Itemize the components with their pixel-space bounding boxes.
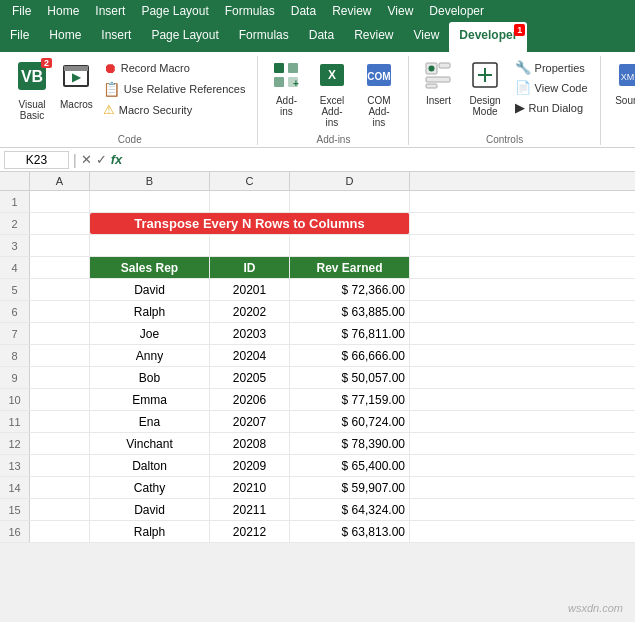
cell[interactable]: [30, 367, 90, 388]
cell-reference-input[interactable]: [4, 151, 69, 169]
cell-rev[interactable]: $ 72,366.00: [290, 279, 410, 300]
tab-data[interactable]: Data: [299, 22, 344, 52]
source-button[interactable]: XML Sour...: [609, 56, 635, 110]
confirm-formula-icon[interactable]: ✓: [96, 152, 107, 167]
tab-review[interactable]: Review: [344, 22, 403, 52]
cell-id[interactable]: 20208: [210, 433, 290, 454]
cell-rev[interactable]: $ 66,666.00: [290, 345, 410, 366]
insert-function-icon[interactable]: fx: [111, 152, 123, 167]
run-dialog-button[interactable]: ▶ Run Dialog: [511, 98, 592, 117]
menu-file[interactable]: File: [4, 2, 39, 20]
cell[interactable]: [30, 323, 90, 344]
cell[interactable]: [30, 235, 90, 256]
tab-file[interactable]: File: [0, 22, 39, 52]
cell-id[interactable]: 20204: [210, 345, 290, 366]
header-sales-rep[interactable]: Sales Rep: [90, 257, 210, 278]
menu-home[interactable]: Home: [39, 2, 87, 20]
cell[interactable]: [30, 433, 90, 454]
cell[interactable]: [30, 279, 90, 300]
cell[interactable]: [30, 521, 90, 542]
cell[interactable]: [30, 455, 90, 476]
cell[interactable]: [30, 191, 90, 212]
excel-add-ins-button[interactable]: X ExcelAdd-ins: [310, 56, 353, 132]
cell-id[interactable]: 20202: [210, 301, 290, 322]
cell-sales-rep[interactable]: Ralph: [90, 521, 210, 542]
cell-sales-rep[interactable]: Vinchant: [90, 433, 210, 454]
use-relative-ref-button[interactable]: 📋 Use Relative References: [99, 79, 250, 99]
cell-rev[interactable]: $ 60,724.00: [290, 411, 410, 432]
add-ins-label: Add-ins: [276, 95, 297, 117]
cell-rev[interactable]: $ 76,811.00: [290, 323, 410, 344]
menu-view[interactable]: View: [380, 2, 422, 20]
cell[interactable]: [290, 235, 410, 256]
cell[interactable]: [30, 411, 90, 432]
cell-sales-rep[interactable]: David: [90, 499, 210, 520]
header-id[interactable]: ID: [210, 257, 290, 278]
cell-sales-rep[interactable]: Cathy: [90, 477, 210, 498]
cell[interactable]: [30, 301, 90, 322]
cell-rev[interactable]: $ 64,324.00: [290, 499, 410, 520]
design-mode-button[interactable]: DesignMode: [463, 56, 506, 121]
header-rev-earned[interactable]: Rev Earned: [290, 257, 410, 278]
cell-sales-rep[interactable]: David: [90, 279, 210, 300]
macro-security-button[interactable]: ⚠ Macro Security: [99, 100, 250, 119]
cell[interactable]: [30, 257, 90, 278]
cell-id[interactable]: 20210: [210, 477, 290, 498]
cell[interactable]: [30, 499, 90, 520]
add-ins-button[interactable]: + Add-ins: [266, 56, 306, 121]
menu-insert[interactable]: Insert: [87, 2, 133, 20]
cell-rev[interactable]: $ 50,057.00: [290, 367, 410, 388]
cell-rev[interactable]: $ 63,813.00: [290, 521, 410, 542]
record-macro-button[interactable]: ⏺ Record Macro: [99, 58, 250, 78]
cell-id[interactable]: 20207: [210, 411, 290, 432]
cell[interactable]: [90, 235, 210, 256]
cell-id[interactable]: 20209: [210, 455, 290, 476]
tab-view[interactable]: View: [404, 22, 450, 52]
visual-basic-button[interactable]: VB VisualBasic 2: [10, 56, 54, 125]
cell-rev[interactable]: $ 59,907.00: [290, 477, 410, 498]
tab-insert[interactable]: Insert: [91, 22, 141, 52]
cell-id[interactable]: 20211: [210, 499, 290, 520]
menu-developer[interactable]: Developer: [421, 2, 492, 20]
cell-id[interactable]: 20212: [210, 521, 290, 542]
cell-id[interactable]: 20203: [210, 323, 290, 344]
cell[interactable]: [30, 389, 90, 410]
cell-sales-rep[interactable]: Emma: [90, 389, 210, 410]
tab-developer[interactable]: Developer 1: [449, 22, 527, 52]
cell-id[interactable]: 20205: [210, 367, 290, 388]
cell-rev[interactable]: $ 78,390.00: [290, 433, 410, 454]
formula-input[interactable]: [126, 152, 631, 168]
cell-sales-rep[interactable]: Anny: [90, 345, 210, 366]
tab-home[interactable]: Home: [39, 22, 91, 52]
properties-button[interactable]: 🔧 Properties: [511, 58, 592, 77]
menu-data[interactable]: Data: [283, 2, 324, 20]
cell-sales-rep[interactable]: Joe: [90, 323, 210, 344]
cell-id[interactable]: 20206: [210, 389, 290, 410]
cancel-formula-icon[interactable]: ✕: [81, 152, 92, 167]
cell-rev[interactable]: $ 63,885.00: [290, 301, 410, 322]
menu-page-layout[interactable]: Page Layout: [133, 2, 216, 20]
tab-page-layout[interactable]: Page Layout: [141, 22, 228, 52]
cell[interactable]: [210, 191, 290, 212]
com-add-ins-button[interactable]: COM COMAdd-ins: [357, 56, 400, 132]
view-code-button[interactable]: 📄 View Code: [511, 78, 592, 97]
cell-sales-rep[interactable]: Bob: [90, 367, 210, 388]
spreadsheet-title[interactable]: Transpose Every N Rows to Columns: [90, 213, 410, 234]
menu-formulas[interactable]: Formulas: [217, 2, 283, 20]
insert-button[interactable]: Insert: [417, 56, 459, 110]
cell[interactable]: [30, 345, 90, 366]
cell-rev[interactable]: $ 77,159.00: [290, 389, 410, 410]
cell-sales-rep[interactable]: Dalton: [90, 455, 210, 476]
cell[interactable]: [210, 235, 290, 256]
cell-id[interactable]: 20201: [210, 279, 290, 300]
macros-button[interactable]: ▶ Macros: [54, 56, 99, 114]
cell-rev[interactable]: $ 65,400.00: [290, 455, 410, 476]
cell-sales-rep[interactable]: Ralph: [90, 301, 210, 322]
cell[interactable]: [30, 477, 90, 498]
tab-formulas[interactable]: Formulas: [229, 22, 299, 52]
cell[interactable]: [90, 191, 210, 212]
cell[interactable]: [30, 213, 90, 234]
cell-sales-rep[interactable]: Ena: [90, 411, 210, 432]
menu-review[interactable]: Review: [324, 2, 379, 20]
cell[interactable]: [290, 191, 410, 212]
